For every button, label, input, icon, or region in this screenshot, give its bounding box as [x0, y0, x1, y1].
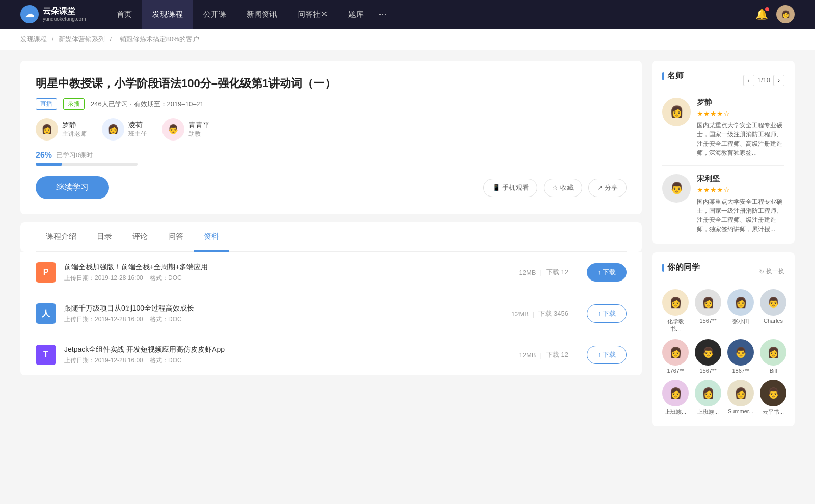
material-title: Jetpack全组件实战 开发短视频应用高仿皮皮虾App [64, 345, 510, 354]
material-downloads: 下载 12 [546, 268, 568, 277]
nav-item-公开课[interactable]: 公开课 [193, 0, 236, 29]
next-page-button[interactable]: › [773, 75, 784, 86]
classmate-name: Summer... [728, 408, 753, 414]
teachers-sidebar-title: 名师 [662, 71, 684, 81]
teacher-role: 助教 [188, 130, 210, 138]
tab-评论[interactable]: 评论 [122, 222, 158, 252]
logo[interactable]: ☁ 云朵课堂 yunduoketang.com [20, 5, 86, 23]
progress-bar-fill [36, 163, 62, 166]
progress-section: 26% 已学习0课时 [36, 151, 627, 166]
material-stats: 12MB | 下载 12 [519, 268, 568, 277]
material-item: T Jetpack全组件实战 开发短视频应用高仿皮皮虾App 上传日期：2019… [36, 334, 627, 375]
classmate-avatar: 👩 [727, 289, 754, 316]
teacher-name: 青青平 [188, 121, 210, 130]
classmate-name: 化学教书... [662, 318, 689, 333]
classmate-item[interactable]: 👩 1567** [695, 289, 721, 333]
mobile-icon: 📱 [492, 184, 500, 191]
teacher-name: 凌荷 [128, 121, 147, 130]
refresh-button[interactable]: ↻ 换一换 [759, 267, 784, 276]
classmate-name: 1567** [699, 318, 716, 324]
classmate-item[interactable]: 👩 上班族... [662, 380, 689, 416]
bell-icon[interactable]: 🔔 [755, 8, 768, 20]
classmate-item[interactable]: 👨 1567** [695, 339, 721, 374]
classmate-avatar: 👩 [662, 380, 689, 406]
main-layout: 明星中教授课，小学阶段语法100分–强化级第1讲动词（一） 直播 录播 246人… [0, 50, 815, 444]
classmate-avatar: 👨 [760, 380, 786, 406]
share-button[interactable]: ↗ 分享 [588, 179, 627, 197]
more-button[interactable]: ··· [374, 9, 392, 20]
classmate-item[interactable]: 👩 张小田 [727, 289, 754, 333]
breadcrumb-link-1[interactable]: 发现课程 [20, 35, 47, 43]
user-avatar[interactable]: 👩 [776, 5, 795, 23]
breadcrumb-link-2[interactable]: 新媒体营销系列 [59, 35, 105, 43]
nav-item-题库[interactable]: 题库 [338, 0, 374, 29]
material-icon: 人 [36, 303, 56, 324]
tab-问答[interactable]: 问答 [158, 222, 194, 252]
mobile-watch-button[interactable]: 📱 手机观看 [483, 179, 537, 197]
nav-item-首页[interactable]: 首页 [106, 0, 142, 29]
notification-dot [765, 7, 769, 11]
continue-button[interactable]: 继续学习 [36, 176, 109, 199]
download-button[interactable]: ↑ 下载 [587, 304, 627, 323]
collect-button[interactable]: ☆ 收藏 [544, 179, 582, 197]
classmate-avatar: 👩 [695, 289, 721, 316]
progress-label: 26% 已学习0课时 [36, 151, 627, 160]
teacher-role: 主讲老师 [62, 130, 87, 138]
nav-item-问答社区[interactable]: 问答社区 [287, 0, 338, 29]
classmate-item[interactable]: 👩 1767** [662, 339, 689, 374]
tab-目录[interactable]: 目录 [87, 222, 122, 252]
classmate-name: 上班族... [697, 408, 719, 416]
tab-资料[interactable]: 资料 [194, 222, 229, 252]
course-meta: 直播 录播 246人已学习 · 有效期至：2019–10–21 [36, 98, 627, 110]
classmate-item[interactable]: 👩 上班族... [695, 380, 721, 416]
pagination: ‹ 1/10 › [743, 75, 784, 86]
classmate-name: 上班族... [665, 408, 686, 416]
progress-bar-bg [36, 163, 138, 166]
classmate-item[interactable]: 👩 化学教书... [662, 289, 689, 333]
classmate-name: Bill [770, 368, 777, 374]
material-title: 跟随千万级项目从0到100全过程高效成长 [64, 304, 503, 313]
material-downloads: 下载 3456 [538, 309, 568, 318]
materials-list: P 前端全栈加强版！前端全栈+全周期+多端应用 上传日期：2019-12-28 … [20, 252, 642, 375]
sidebar-teacher-name: 宋利坚 [697, 174, 784, 184]
course-card: 明星中教授课，小学阶段语法100分–强化级第1讲动词（一） 直播 录播 246人… [20, 61, 642, 214]
prev-page-button[interactable]: ‹ [743, 75, 754, 86]
classmates-grid: 👩 化学教书... 👩 1567** 👩 张小田 👨 Charles 👩 176… [662, 289, 784, 416]
navbar: ☁ 云朵课堂 yunduoketang.com 首页发现课程公开课新闻资讯问答社… [0, 0, 815, 29]
page-indicator: 1/10 [757, 76, 770, 84]
classmate-item[interactable]: 👩 Bill [760, 339, 786, 374]
teacher-info: 青青平 助教 [188, 121, 210, 138]
sidebar-teacher-card: 👩 罗静 ★★★★☆ 国内某重点大学安全工程专业硕士，国家一级注册消防工程师、注… [662, 98, 784, 157]
teacher-item: 👩 罗静 主讲老师 [36, 118, 87, 141]
teachers-row: 👩 罗静 主讲老师 👩 凌荷 班主任 👨 青青平 助教 [36, 118, 627, 141]
download-button[interactable]: ↑ 下载 [587, 346, 627, 364]
classmate-item[interactable]: 👨 云平书... [760, 380, 786, 416]
material-size: 12MB [519, 269, 536, 276]
teacher-stars: ★★★★☆ [697, 186, 784, 194]
classmate-name: 1567** [699, 368, 716, 374]
material-item: 人 跟随千万级项目从0到100全过程高效成长 上传日期：2019-12-28 1… [36, 293, 627, 334]
material-title: 前端全栈加强版！前端全栈+全周期+多端应用 [64, 263, 510, 272]
classmate-item[interactable]: 👨 1867** [727, 339, 754, 374]
teacher-role: 班主任 [128, 130, 147, 138]
progress-text: 已学习0课时 [56, 151, 93, 160]
share-icon: ↗ [597, 184, 603, 191]
teacher-desc: 国内某重点大学安全工程专业硕士，国家一级注册消防工程师、注册安全工程师、级注册建… [697, 197, 784, 234]
teacher-avatar: 👩 [102, 118, 124, 141]
teacher-name: 罗静 [62, 121, 87, 130]
nav-item-发现课程[interactable]: 发现课程 [142, 0, 193, 29]
classmate-item[interactable]: 👨 Charles [760, 289, 786, 333]
classmate-item[interactable]: 👩 Summer... [727, 380, 754, 416]
sidebar-teacher-name: 罗静 [697, 98, 784, 107]
classmate-avatar: 👩 [662, 339, 689, 366]
classmates-sidebar-card: 你的同学 ↻ 换一换 👩 化学教书... 👩 1567** 👩 张小田 👨 Ch… [652, 252, 795, 426]
classmate-avatar: 👩 [695, 380, 721, 406]
tab-课程介绍[interactable]: 课程介绍 [36, 222, 87, 252]
material-icon: T [36, 345, 56, 365]
download-button[interactable]: ↑ 下载 [587, 263, 627, 282]
sidebar-teacher-info: 宋利坚 ★★★★☆ 国内某重点大学安全工程专业硕士，国家一级注册消防工程师、注册… [697, 174, 784, 234]
logo-text: 云朵课堂 yunduoketang.com [43, 6, 86, 22]
classmate-avatar: 👨 [727, 339, 754, 366]
nav-item-新闻资讯[interactable]: 新闻资讯 [236, 0, 287, 29]
material-info: 跟随千万级项目从0到100全过程高效成长 上传日期：2019-12-28 16:… [64, 304, 503, 324]
